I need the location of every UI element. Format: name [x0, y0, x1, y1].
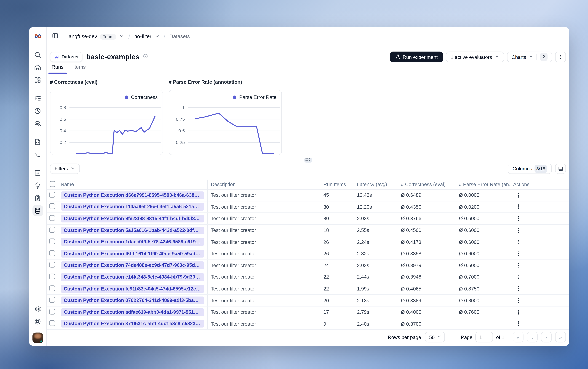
row-checkbox[interactable]: [49, 227, 55, 233]
playground-terminal-icon[interactable]: [32, 149, 43, 160]
row-checkbox[interactable]: [49, 274, 55, 279]
row-actions-kebab-icon[interactable]: [518, 287, 519, 291]
run-name-link[interactable]: Custom Python Execution d66e7991-8595-45…: [61, 191, 204, 199]
settings-gear-icon[interactable]: [32, 303, 43, 314]
rows-per-page-select[interactable]: 50: [425, 332, 445, 342]
row-checkbox[interactable]: [49, 238, 55, 244]
run-parse-error-rate-avg: Ø 0.7000: [456, 274, 510, 280]
select-all-checkbox[interactable]: [49, 181, 55, 187]
next-page-button[interactable]: ›: [541, 332, 552, 342]
row-checkbox[interactable]: [49, 297, 55, 303]
table-row[interactable]: Custom Python Execution 9fe23f98-881e-44…: [47, 213, 569, 225]
drag-handle[interactable]: [304, 157, 312, 163]
run-name-link[interactable]: Custom Python Execution 371f531c-abff-4d…: [61, 320, 204, 328]
annotation-clipboard-icon[interactable]: [32, 193, 43, 203]
row-checkbox[interactable]: [49, 250, 55, 256]
run-name-link[interactable]: Custom Python Execution 114aa9ef-29e6-4e…: [61, 203, 204, 211]
table-row[interactable]: Custom Python Execution adfae619-abb0-4d…: [47, 307, 569, 318]
page-number-input[interactable]: [476, 332, 493, 342]
table-row[interactable]: Custom Python Execution 114aa9ef-29e6-4e…: [47, 201, 569, 213]
users-icon[interactable]: [32, 118, 43, 129]
row-actions-kebab-icon[interactable]: [518, 216, 519, 221]
column-header-parse-error-rate[interactable]: # Parse Error Rate (an...: [456, 182, 510, 187]
run-name-link[interactable]: Custom Python Execution 74de488e-ec9d-47…: [61, 262, 204, 269]
row-checkbox[interactable]: [49, 285, 55, 291]
row-actions-kebab-icon[interactable]: [518, 298, 519, 303]
svg-text:0.6: 0.6: [60, 117, 66, 122]
svg-text:0.75: 0.75: [176, 117, 185, 122]
row-actions-kebab-icon[interactable]: [518, 205, 519, 209]
run-name-link[interactable]: Custom Python Execution fe91b83e-04a5-47…: [61, 285, 204, 293]
row-actions-kebab-icon[interactable]: [518, 263, 519, 268]
table-row[interactable]: Custom Python Execution 076b2704-341d-48…: [47, 295, 569, 306]
charts-button[interactable]: Charts 2: [507, 52, 552, 62]
table-row[interactable]: Custom Python Execution d66e7991-8595-45…: [47, 190, 569, 201]
run-name-link[interactable]: Custom Python Execution 076b2704-341d-48…: [61, 297, 204, 304]
table-row[interactable]: Custom Python Execution fe91b83e-04a5-47…: [47, 283, 569, 295]
row-checkbox[interactable]: [49, 309, 55, 315]
tracing-icon[interactable]: [32, 93, 43, 103]
more-actions-button[interactable]: [555, 52, 566, 62]
table-row[interactable]: Custom Python Execution 371f531c-abff-4d…: [47, 318, 569, 330]
column-header-correctness[interactable]: # Correctness (eval): [398, 182, 456, 187]
columns-button[interactable]: Columns 8/15: [508, 164, 552, 174]
run-name-link[interactable]: Custom Python Execution e14fa348-5cfc-49…: [61, 273, 204, 281]
run-name-link[interactable]: Custom Python Execution 5a15a616-1bab-44…: [61, 226, 204, 234]
dashboard-icon[interactable]: [32, 75, 43, 85]
info-icon[interactable]: [143, 53, 148, 61]
row-checkbox[interactable]: [49, 262, 55, 268]
sidebar-toggle-icon[interactable]: [52, 32, 58, 41]
run-description: Test our filter creator: [208, 251, 320, 256]
search-icon[interactable]: [32, 49, 43, 60]
sessions-clock-icon[interactable]: [32, 105, 43, 116]
run-name-link[interactable]: Custom Python Execution 1daec0f9-5e78-43…: [61, 238, 204, 246]
run-name-link[interactable]: Custom Python Execution f6bb1614-1f90-40…: [61, 250, 204, 257]
support-lifebuoy-icon[interactable]: [32, 316, 43, 327]
row-actions-kebab-icon[interactable]: [518, 321, 519, 326]
row-checkbox[interactable]: [49, 192, 55, 197]
row-actions-kebab-icon[interactable]: [518, 310, 519, 315]
tab-items[interactable]: Items: [71, 64, 87, 74]
row-actions-kebab-icon[interactable]: [518, 251, 519, 256]
breadcrumb-section[interactable]: Datasets: [169, 34, 190, 39]
active-evaluators-button[interactable]: 1 active evaluators: [446, 52, 504, 62]
row-checkbox[interactable]: [49, 204, 55, 209]
prompts-file-code-icon[interactable]: [32, 136, 43, 147]
run-name-link[interactable]: Custom Python Execution 9fe23f98-881e-44…: [61, 215, 204, 223]
column-header-name[interactable]: Name: [58, 180, 207, 189]
row-actions-kebab-icon[interactable]: [518, 240, 519, 244]
row-actions-kebab-icon[interactable]: [518, 228, 519, 233]
run-correctness-avg: Ø 0.3766: [398, 216, 456, 222]
column-header-latency[interactable]: Latency (avg): [354, 182, 398, 187]
datasets-database-icon[interactable]: [32, 205, 43, 216]
row-height-button[interactable]: [555, 164, 566, 174]
breadcrumb-environment[interactable]: no-filter: [134, 34, 152, 39]
previous-page-button[interactable]: ‹: [527, 332, 538, 342]
table-row[interactable]: Custom Python Execution 74de488e-ec9d-47…: [47, 260, 569, 271]
chevron-down-icon[interactable]: [119, 33, 124, 40]
column-header-run-items[interactable]: Run Items: [320, 182, 354, 187]
row-actions-kebab-icon[interactable]: [518, 193, 519, 197]
row-checkbox[interactable]: [49, 215, 55, 221]
table-row[interactable]: Custom Python Execution e14fa348-5cfc-49…: [47, 271, 569, 283]
row-checkbox[interactable]: [49, 320, 55, 326]
table-row[interactable]: Custom Python Execution 5a15a616-1bab-44…: [47, 225, 569, 236]
runs-table: Name Description Run Items Latency (avg)…: [47, 180, 569, 330]
user-avatar[interactable]: [32, 332, 43, 343]
evaluation-percent-icon[interactable]: [32, 167, 43, 178]
last-page-button[interactable]: »: [555, 332, 566, 342]
insights-lightbulb-icon[interactable]: [32, 180, 43, 191]
filters-button[interactable]: Filters: [50, 164, 80, 174]
table-row[interactable]: Custom Python Execution 1daec0f9-5e78-43…: [47, 236, 569, 248]
first-page-button[interactable]: «: [513, 332, 524, 342]
run-name-link[interactable]: Custom Python Execution adfae619-abb0-4d…: [61, 308, 204, 316]
column-header-description[interactable]: Description: [208, 182, 320, 187]
tab-runs[interactable]: Runs: [50, 64, 65, 74]
home-icon[interactable]: [32, 62, 43, 72]
breadcrumb-project[interactable]: langfuse-dev: [68, 34, 97, 39]
row-actions-kebab-icon[interactable]: [518, 275, 519, 279]
run-parse-error-rate-avg: Ø 0.6000: [456, 239, 510, 245]
table-row[interactable]: Custom Python Execution f6bb1614-1f90-40…: [47, 248, 569, 260]
run-experiment-button[interactable]: Run experiment: [390, 52, 443, 62]
chevron-down-icon[interactable]: [155, 33, 159, 40]
